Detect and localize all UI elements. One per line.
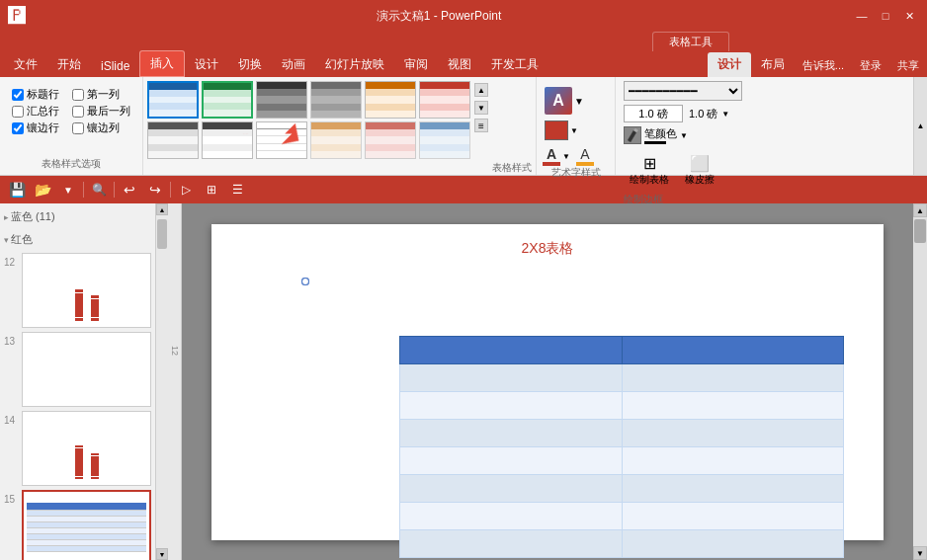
close-button[interactable]: ✕ xyxy=(899,6,919,26)
tab-developer[interactable]: 开发工具 xyxy=(481,52,548,77)
table-style-green-1[interactable] xyxy=(202,81,253,119)
table-cell[interactable] xyxy=(400,529,623,557)
tab-insert[interactable]: 插入 xyxy=(139,50,185,77)
table-cell[interactable] xyxy=(622,529,844,557)
tab-transition[interactable]: 切换 xyxy=(228,52,272,77)
canvas-table[interactable] xyxy=(399,336,844,558)
quick-style-btn[interactable]: A ▼ xyxy=(543,85,586,117)
slide-item-15[interactable]: 15 xyxy=(4,490,151,560)
thickness-dropdown[interactable]: ▼ xyxy=(721,110,729,119)
pen-color-arrow[interactable]: ▼ xyxy=(680,131,688,140)
draw-table-btn[interactable]: ⊞ 绘制表格 xyxy=(624,152,675,189)
table-style-orange-1[interactable] xyxy=(365,81,416,119)
checkbox-header-row[interactable]: 标题行 xyxy=(12,87,70,102)
table-cell[interactable] xyxy=(400,336,623,363)
table-cell[interactable] xyxy=(400,502,623,529)
qat-more[interactable]: ☰ xyxy=(226,179,248,200)
table-style-blue-2[interactable] xyxy=(419,121,470,159)
slide-item-13[interactable]: 13 xyxy=(4,332,151,407)
table-cell[interactable] xyxy=(622,363,844,391)
thickness-input[interactable] xyxy=(624,105,683,122)
qat-save[interactable]: 💾 xyxy=(6,179,28,200)
slide-thumb-13[interactable] xyxy=(22,332,151,407)
shading-btn[interactable]: ▼ xyxy=(543,119,586,142)
style-scroll-down[interactable]: ▼ xyxy=(474,101,488,115)
line-style-select[interactable]: ━━━━━━━━━━ - - - - - - xyxy=(624,81,742,101)
tab-animation[interactable]: 动画 xyxy=(272,52,315,77)
minimize-button[interactable]: — xyxy=(852,6,872,26)
table-cell[interactable] xyxy=(622,474,844,502)
checkbox-first-col[interactable]: 第一列 xyxy=(72,87,130,102)
slide-item-12[interactable]: 12 xyxy=(4,253,151,328)
table-cell[interactable] xyxy=(400,446,623,474)
tab-design[interactable]: 设计 xyxy=(185,52,228,77)
table-cell[interactable] xyxy=(622,336,844,363)
table-style-orange-2[interactable] xyxy=(310,121,362,159)
tab-islide[interactable]: iSlide xyxy=(91,55,139,77)
collapse-ribbon-btn[interactable]: ▲ xyxy=(913,77,927,175)
slide-thumb-12[interactable] xyxy=(22,253,151,328)
tab-share[interactable]: 共享 xyxy=(889,54,927,77)
table-style-neutral-1[interactable] xyxy=(147,121,199,159)
font-color-btn[interactable]: A xyxy=(543,146,560,166)
panel-scroll-down[interactable]: ▼ xyxy=(156,548,168,560)
tab-review[interactable]: 审阅 xyxy=(394,52,438,77)
checkbox-last-col[interactable]: 最后一列 xyxy=(72,104,130,119)
eraser-btn[interactable]: ⬜ 橡皮擦 xyxy=(679,152,720,189)
qat-undo[interactable]: ↩ xyxy=(119,179,140,200)
table-style-blue-1[interactable] xyxy=(147,81,199,119)
table-cell[interactable] xyxy=(400,474,623,502)
tab-table-design[interactable]: 设计 xyxy=(708,52,751,77)
slide-group-red[interactable]: ▾ 红色 xyxy=(4,230,151,249)
style-scroll-up[interactable]: ▲ xyxy=(474,83,488,97)
tab-table-layout[interactable]: 布局 xyxy=(751,52,795,77)
font-color-arrow[interactable]: ▼ xyxy=(562,152,570,161)
maximize-button[interactable]: □ xyxy=(876,6,895,26)
table-style-dark-1[interactable] xyxy=(256,81,307,119)
checkbox-banded-cols[interactable]: 镶边列 xyxy=(72,120,130,135)
table-style-red-2[interactable] xyxy=(365,121,416,159)
tab-tell-me[interactable]: 告诉我... xyxy=(795,54,852,77)
canvas-scroll-thumb[interactable] xyxy=(914,219,926,243)
qat-open[interactable]: 📂 xyxy=(32,179,53,200)
table-style-red-1[interactable] xyxy=(419,81,470,119)
table-cell[interactable] xyxy=(622,419,844,446)
panel-scroll-thumb[interactable] xyxy=(157,219,167,249)
tab-login[interactable]: 登录 xyxy=(852,54,889,77)
table-cell[interactable] xyxy=(400,391,623,419)
slide-group-blue[interactable]: ▸ 蓝色 (11) xyxy=(4,207,151,226)
table-style-empty-2[interactable] xyxy=(256,121,307,159)
font-effects-btn[interactable]: A xyxy=(576,146,594,166)
tab-file[interactable]: 文件 xyxy=(4,52,47,77)
checkbox-banded-rows[interactable]: 镶边行 xyxy=(12,120,70,135)
table-cell[interactable] xyxy=(622,502,844,529)
tab-start[interactable]: 开始 xyxy=(47,52,91,77)
quick-style-dropdown[interactable]: ▼ xyxy=(574,96,584,107)
qat-redo[interactable]: ↪ xyxy=(144,179,166,200)
table-cell[interactable] xyxy=(622,446,844,474)
panel-scroll-up[interactable]: ▲ xyxy=(156,203,168,215)
pen-color-btn[interactable]: 笔颜色 ▼ xyxy=(624,126,688,144)
slide-item-14[interactable]: 14 xyxy=(4,411,151,486)
tab-view[interactable]: 视图 xyxy=(438,52,481,77)
checkbox-total-row[interactable]: 汇总行 xyxy=(12,104,70,119)
canvas-scroll-up[interactable]: ▲ xyxy=(913,203,927,217)
handle-br[interactable] xyxy=(301,278,309,285)
table-style-empty-1[interactable] xyxy=(202,121,253,159)
tab-slideshow[interactable]: 幻灯片放映 xyxy=(315,52,394,77)
qat-presentation-icon[interactable]: ▷ xyxy=(175,179,197,200)
thickness-row: 1.0 磅 ▼ xyxy=(624,105,905,122)
slide-thumb-14[interactable] xyxy=(22,411,151,486)
qat-arrange[interactable]: ⊞ xyxy=(201,179,222,200)
qat-dropdown1[interactable]: ▼ xyxy=(57,179,79,200)
table-style-dark-2[interactable] xyxy=(310,81,362,119)
table-cell[interactable] xyxy=(400,363,623,391)
qat-search[interactable]: 🔍 xyxy=(88,179,110,200)
canvas-scroll-down[interactable]: ▼ xyxy=(913,546,927,560)
window-controls[interactable]: — □ ✕ xyxy=(852,6,919,26)
table-cell[interactable] xyxy=(622,391,844,419)
style-scroll-more[interactable]: ≡ xyxy=(474,119,488,132)
shading-arrow[interactable]: ▼ xyxy=(570,126,578,135)
slide-thumb-15[interactable] xyxy=(22,490,151,560)
table-cell[interactable] xyxy=(400,419,623,446)
